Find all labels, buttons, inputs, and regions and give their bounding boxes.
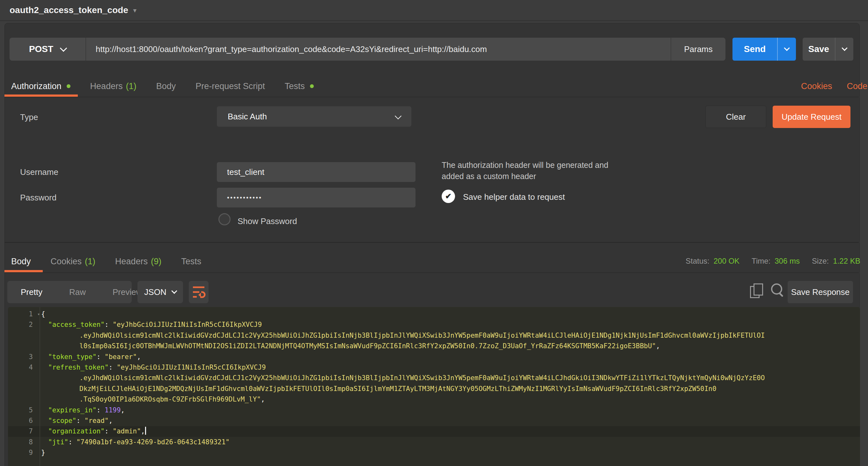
- wrap-text-button[interactable]: [189, 281, 209, 303]
- chevron-down-icon: [60, 45, 67, 52]
- time-badge: Time: 306 ms: [752, 257, 800, 266]
- url-input[interactable]: http://host1:8000/oauth/token?grant_type…: [86, 38, 671, 61]
- green-dot-icon: [310, 84, 314, 88]
- code-line[interactable]: .eyJhdWQiOlsicm91cmNlc2lkIiwidGVzdCJdLCJ…: [8, 373, 860, 383]
- format-select[interactable]: JSON: [137, 281, 183, 303]
- search-response-button[interactable]: [771, 284, 786, 298]
- password-input[interactable]: •••••••••••: [217, 188, 415, 207]
- line-number: 8: [8, 437, 36, 447]
- code-line[interactable]: 9}: [8, 447, 860, 458]
- tab-label: Tests: [285, 81, 305, 91]
- params-button[interactable]: Params: [671, 38, 725, 61]
- tab-label: Body: [156, 81, 176, 91]
- update-request-button[interactable]: Update Request: [773, 106, 850, 128]
- size-badge: Size: 1.22 KB: [812, 257, 860, 266]
- request-title[interactable]: oauth2_access_token_code▾: [9, 0, 136, 21]
- response-tab-tests[interactable]: Tests: [181, 257, 201, 266]
- line-number: 1: [8, 309, 36, 320]
- code-line[interactable]: 8"jti": "7490a1bf-ea93-4269-bd26-0643c14…: [8, 437, 860, 447]
- active-response-tab-underline: [4, 270, 43, 272]
- line-number: 9: [8, 447, 36, 458]
- size-value: 1.22 KB: [833, 257, 860, 266]
- tab-headers[interactable]: Headers (1): [90, 81, 136, 91]
- tab-count: (1): [126, 81, 136, 91]
- divider: [5, 97, 859, 97]
- username-input[interactable]: test_client: [217, 162, 415, 182]
- cookies-link[interactable]: Cookies: [801, 81, 832, 91]
- text-cursor: [145, 427, 146, 435]
- code-line[interactable]: .eyJhdWQiOlsicm91cmNlc2lkIiwidGVzdCJdLCJ…: [8, 330, 860, 341]
- request-tabs: Authorization Headers (1) Body Pre-reque…: [11, 77, 334, 96]
- tab-authorization[interactable]: Authorization: [11, 81, 70, 91]
- code-text: "expires_in": 1199,: [36, 405, 860, 415]
- code-line[interactable]: 5"expires_in": 1199,: [8, 405, 860, 415]
- chevron-down-icon: [784, 45, 789, 51]
- show-password-radio[interactable]: [218, 213, 230, 225]
- code-line[interactable]: 6"scope": "read",: [8, 415, 860, 426]
- tab-body[interactable]: Body: [156, 81, 176, 91]
- line-number: 3: [8, 352, 36, 362]
- username-label: Username: [20, 167, 58, 177]
- view-pretty-button[interactable]: Pretty: [7, 287, 56, 297]
- auth-helper-note: The authorization header will be generat…: [442, 159, 609, 182]
- code-text: "jti": "7490a1bf-ea93-4269-bd26-0643c148…: [36, 437, 860, 447]
- copy-response-button[interactable]: [750, 284, 765, 298]
- save-button[interactable]: Save: [803, 38, 835, 61]
- tab-label: Headers: [90, 81, 123, 91]
- code-text: .eyJhdWQiOlsicm91cmNlc2lkIiwidGVzdCJdLCJ…: [36, 330, 860, 341]
- tab-pre-request-script[interactable]: Pre-request Script: [195, 81, 265, 91]
- password-label: Password: [20, 193, 57, 203]
- request-title-text: oauth2_access_token_code: [9, 5, 128, 15]
- code-line[interactable]: 4"refresh_token": "eyJhbGciOiJIUzI1NiIsI…: [8, 362, 860, 373]
- request-title-caret-icon[interactable]: ▾: [133, 0, 136, 21]
- tab-count: (1): [85, 257, 95, 266]
- format-value: JSON: [144, 287, 166, 297]
- method-label: POST: [29, 44, 53, 54]
- helper-note-line1: The authorization header will be generat…: [442, 159, 609, 171]
- code-link[interactable]: Code: [847, 81, 868, 91]
- line-number: 7: [8, 426, 36, 437]
- method-select[interactable]: POST: [9, 38, 86, 61]
- response-tab-headers[interactable]: Headers (9): [115, 257, 161, 266]
- save-helper-label: Save helper data to request: [463, 192, 565, 202]
- tab-label: Tests: [181, 257, 201, 266]
- response-tab-cookies[interactable]: Cookies (1): [51, 257, 96, 266]
- divider: [5, 272, 859, 273]
- code-text: "token_type": "bearer",: [36, 352, 860, 362]
- code-line[interactable]: 2"access_token": "eyJhbGciOiJIUzI1NiIsIn…: [8, 320, 860, 330]
- send-button-group: Send: [733, 38, 796, 61]
- tab-tests[interactable]: Tests: [285, 81, 314, 91]
- code-line[interactable]: 7"organization": "admin",: [8, 426, 860, 437]
- auth-type-value: Basic Auth: [228, 112, 267, 122]
- code-line[interactable]: DkzMjEiLCJleHAiOjE1NDg2MDQzNjUsImF1dGhvc…: [8, 384, 860, 394]
- code-line[interactable]: 1▾{: [8, 309, 860, 320]
- code-line[interactable]: 3"token_type": "bearer",: [8, 352, 860, 362]
- time-label: Time:: [752, 257, 770, 266]
- auth-type-select[interactable]: Basic Auth: [217, 106, 411, 127]
- chevron-down-icon: [171, 288, 177, 294]
- code-text: {: [36, 309, 860, 320]
- response-body-editor[interactable]: 1▾{2"access_token": "eyJhbGciOiJIUzI1NiI…: [8, 307, 860, 466]
- save-helper-checkbox[interactable]: ✔: [442, 190, 455, 203]
- code-text: .TqS0oyO0IP1a6DKROsqbm-C9ZFrbSGlFh969DLv…: [36, 394, 860, 405]
- save-dropdown-button[interactable]: [835, 38, 853, 61]
- clear-button[interactable]: Clear: [705, 106, 766, 128]
- tab-count: (9): [151, 257, 161, 266]
- line-number: [8, 341, 36, 351]
- line-number: 4: [8, 362, 36, 373]
- code-text: "scope": "read",: [36, 415, 860, 426]
- active-tab-underline: [4, 94, 78, 97]
- type-label: Type: [20, 112, 38, 122]
- code-line[interactable]: .TqS0oyO0IP1a6DKROsqbm-C9ZFrbSGlFh969DLv…: [8, 394, 860, 405]
- tab-label: Cookies: [51, 257, 82, 266]
- send-button[interactable]: Send: [733, 38, 777, 61]
- divider: [5, 242, 859, 243]
- save-response-button[interactable]: Save Response: [788, 281, 853, 303]
- code-line[interactable]: l0sImp0aSI6Ijc0OTBhMWJmLWVhOTMtNDI2OS1iZ…: [8, 341, 860, 351]
- line-number: [8, 330, 36, 341]
- send-dropdown-button[interactable]: [777, 38, 796, 61]
- view-mode-switcher: Pretty Raw Preview: [7, 281, 132, 303]
- wrap-text-icon: [191, 284, 206, 300]
- view-raw-button[interactable]: Raw: [56, 287, 99, 297]
- response-tab-body[interactable]: Body: [11, 257, 31, 266]
